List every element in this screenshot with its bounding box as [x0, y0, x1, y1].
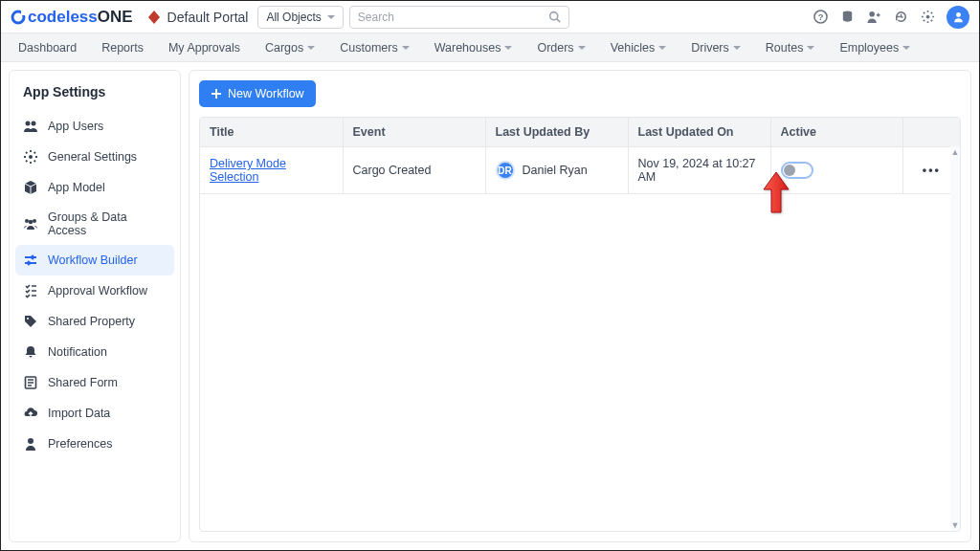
- nav-label: Cargos: [265, 41, 303, 55]
- col-last-updated-on[interactable]: Last Updated On: [628, 118, 770, 147]
- sidebar-title: App Settings: [15, 80, 174, 111]
- help-icon[interactable]: ?: [813, 10, 828, 25]
- nav-cargos[interactable]: Cargos: [265, 41, 315, 55]
- nav-orders[interactable]: Orders: [537, 41, 585, 55]
- svg-point-18: [28, 438, 33, 444]
- row-actions-menu[interactable]: •••: [913, 164, 950, 177]
- nav-label: Reports: [101, 41, 144, 55]
- nav-vehicles[interactable]: Vehicles: [611, 41, 667, 55]
- nav-label: Customers: [340, 41, 397, 55]
- svg-point-12: [29, 155, 33, 159]
- chevron-down-icon: [578, 46, 586, 50]
- sidebar-item-approval-workflow[interactable]: Approval Workflow: [15, 276, 174, 306]
- nav-routes[interactable]: Routes: [766, 41, 815, 55]
- nav-label: Orders: [537, 41, 573, 55]
- workflow-event: Cargo Created: [343, 147, 485, 194]
- content-panel: New Workflow Title Event Last Updated By…: [189, 70, 971, 542]
- svg-point-9: [956, 12, 961, 17]
- sidebar-item-label: Preferences: [48, 437, 112, 451]
- top-bar: codelessONE Default Portal All Objects S…: [1, 1, 979, 33]
- sidebar-item-shared-form[interactable]: Shared Form: [15, 367, 174, 398]
- history-icon[interactable]: [893, 10, 908, 25]
- svg-text:?: ?: [817, 12, 823, 22]
- search-icon: [548, 11, 561, 23]
- brand-mark-icon: [11, 10, 26, 25]
- col-last-updated-by[interactable]: Last Updated By: [485, 118, 628, 147]
- new-workflow-label: New Workflow: [228, 87, 304, 100]
- add-user-icon[interactable]: [866, 10, 881, 25]
- search-placeholder: Search: [358, 11, 548, 24]
- portal-icon: [146, 10, 162, 25]
- gear-icon[interactable]: [920, 10, 935, 25]
- form-icon: [23, 375, 38, 390]
- svg-point-14: [33, 219, 36, 223]
- svg-point-8: [925, 15, 929, 19]
- object-type-select[interactable]: All Objects: [257, 6, 343, 29]
- sidebar-item-label: Approval Workflow: [48, 284, 147, 298]
- sidebar-item-label: General Settings: [48, 150, 137, 164]
- col-title[interactable]: Title: [200, 118, 343, 147]
- svg-point-2: [549, 12, 557, 20]
- active-toggle[interactable]: [781, 162, 813, 179]
- sidebar-item-groups-data-access[interactable]: Groups & Data Access: [15, 203, 174, 245]
- sidebar-item-import-data[interactable]: Import Data: [15, 398, 174, 429]
- sidebar-item-shared-property[interactable]: Shared Property: [15, 306, 174, 337]
- brand-logo[interactable]: codelessONE: [11, 8, 133, 27]
- col-active[interactable]: Active: [770, 118, 902, 147]
- nav-dashboard[interactable]: Dashboard: [18, 41, 77, 55]
- sidebar-item-app-model[interactable]: App Model: [15, 172, 174, 203]
- col-event[interactable]: Event: [343, 118, 485, 147]
- toggle-knob: [784, 165, 795, 176]
- svg-point-10: [26, 121, 31, 126]
- chevron-down-icon: [807, 46, 814, 50]
- sidebar-item-app-users[interactable]: App Users: [15, 111, 174, 142]
- cloud-upload-icon: [23, 406, 38, 421]
- nav-my-approvals[interactable]: My Approvals: [168, 41, 240, 55]
- svg-point-13: [25, 219, 29, 223]
- workflow-title-link[interactable]: Delivery Mode Selection: [210, 157, 286, 184]
- svg-line-3: [557, 19, 560, 22]
- sidebar-item-preferences[interactable]: Preferences: [15, 429, 174, 459]
- global-search-input[interactable]: Search: [349, 6, 569, 29]
- sidebar-item-label: Groups & Data Access: [48, 210, 167, 237]
- nav-reports[interactable]: Reports: [101, 41, 144, 55]
- gear-icon: [23, 149, 38, 165]
- chevron-down-icon: [307, 46, 315, 50]
- new-workflow-button[interactable]: New Workflow: [199, 80, 316, 107]
- nav-label: Dashboard: [18, 41, 77, 55]
- current-user-avatar[interactable]: [947, 6, 969, 29]
- sidebar-item-general-settings[interactable]: General Settings: [15, 142, 174, 172]
- portal-name: Default Portal: [167, 10, 249, 25]
- nav-label: My Approvals: [168, 41, 240, 55]
- portal-selector[interactable]: Default Portal: [146, 10, 249, 25]
- scroll-up-icon[interactable]: ▲: [950, 146, 960, 158]
- scroll-down-icon[interactable]: ▼: [950, 519, 960, 531]
- nav-employees[interactable]: Employees: [839, 41, 910, 55]
- plus-icon: [211, 88, 222, 99]
- chevron-down-icon: [327, 15, 335, 19]
- table-row: Delivery Mode Selection Cargo Created DR…: [200, 147, 960, 194]
- topbar-actions: ?: [813, 6, 969, 29]
- main-nav: Dashboard Reports My Approvals Cargos Cu…: [1, 33, 979, 62]
- sidebar-item-label: Import Data: [48, 407, 110, 420]
- sidebar-item-workflow-builder[interactable]: Workflow Builder: [15, 245, 174, 276]
- sidebar-item-label: Workflow Builder: [48, 253, 138, 267]
- nav-label: Employees: [839, 41, 899, 55]
- brand-text-a: codeless: [28, 8, 98, 27]
- user-cell: DR Daniel Ryan: [496, 161, 618, 180]
- sidebar-item-label: Shared Form: [48, 376, 118, 389]
- database-icon[interactable]: [839, 10, 855, 25]
- chevron-down-icon: [902, 46, 910, 50]
- user-avatar-badge: DR: [496, 161, 515, 180]
- table-header-row: Title Event Last Updated By Last Updated…: [200, 118, 960, 147]
- chevron-down-icon: [733, 46, 741, 50]
- workflows-table: Title Event Last Updated By Last Updated…: [199, 117, 961, 532]
- tag-icon: [23, 314, 38, 329]
- nav-customers[interactable]: Customers: [340, 41, 409, 55]
- nav-warehouses[interactable]: Warehouses: [434, 41, 513, 55]
- vertical-scrollbar[interactable]: ▲ ▼: [950, 146, 960, 531]
- col-actions: [902, 118, 960, 147]
- object-type-label: All Objects: [266, 11, 321, 24]
- sidebar-item-notification[interactable]: Notification: [15, 337, 174, 367]
- nav-drivers[interactable]: Drivers: [691, 41, 741, 55]
